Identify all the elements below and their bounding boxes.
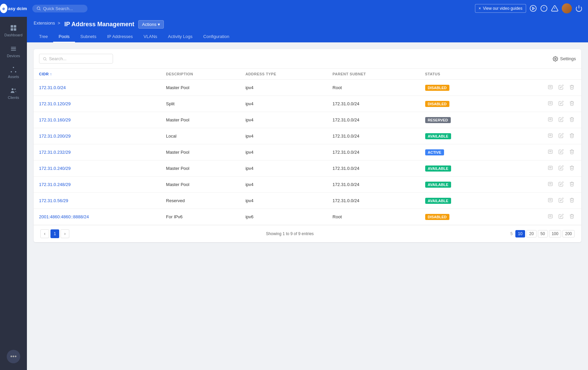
logo-letter: e — [2, 6, 5, 11]
video-guide-button[interactable]: × View our video guides — [475, 4, 526, 13]
per-page-10[interactable]: 10 — [515, 230, 525, 237]
tab-configuration[interactable]: Configuration — [198, 31, 234, 42]
table-row: 172.31.0.56/29 Reserved ipv4 172.31.0.0/… — [34, 193, 581, 209]
pagination-next[interactable]: › — [61, 229, 69, 238]
delete-button[interactable] — [568, 148, 576, 156]
table-search-input[interactable] — [49, 56, 109, 61]
power-icon[interactable] — [575, 5, 583, 12]
status-badge: RESERVED — [425, 117, 451, 123]
cell-description: Master Pool — [161, 160, 240, 177]
pagination-page-1[interactable]: 1 — [50, 229, 59, 238]
cell-cidr[interactable]: 2001:4860:4860::8888/24 — [34, 209, 161, 225]
actions-button[interactable]: Actions ▾ — [138, 20, 164, 29]
tab-tree[interactable]: Tree — [34, 31, 53, 42]
delete-icon — [569, 133, 575, 138]
delete-button[interactable] — [568, 100, 576, 108]
cell-cidr[interactable]: 172.31.0.0/24 — [34, 80, 161, 96]
view-button[interactable] — [546, 116, 554, 124]
svg-rect-29 — [548, 134, 552, 138]
sidebar-item-dashboard[interactable]: Dashboard — [0, 20, 27, 41]
per-page-20[interactable]: 20 — [526, 230, 536, 237]
main-area: × View our video guides Extensions > IP … — [27, 0, 588, 370]
cell-description: Master Pool — [161, 112, 240, 128]
edit-button[interactable] — [557, 132, 565, 140]
sidebar-item-assets[interactable]: Assets — [0, 62, 27, 83]
delete-button[interactable] — [568, 197, 576, 205]
per-page-100[interactable]: 100 — [549, 230, 561, 237]
row-actions — [502, 148, 576, 156]
cell-cidr[interactable]: 172.31.0.240/29 — [34, 160, 161, 177]
sidebar-item-clients[interactable]: Clients — [0, 83, 27, 104]
play-circle-icon[interactable] — [529, 5, 537, 12]
cell-address-type: ipv4 — [240, 160, 327, 177]
search-input[interactable] — [43, 6, 83, 11]
settings-button[interactable]: Settings — [553, 56, 576, 62]
edit-button[interactable] — [557, 181, 565, 188]
per-page-200[interactable]: 200 — [562, 230, 575, 237]
view-button[interactable] — [546, 181, 554, 188]
svg-point-10 — [530, 5, 536, 11]
cell-cidr[interactable]: 172.31.0.232/29 — [34, 144, 161, 160]
table-search-box[interactable] — [39, 54, 113, 64]
edit-button[interactable] — [557, 116, 565, 124]
tab-vlans[interactable]: VLANs — [138, 31, 162, 42]
cell-parent-subnet: 172.31.0.0/24 — [327, 128, 420, 144]
view-button[interactable] — [546, 148, 554, 156]
delete-button[interactable] — [568, 84, 576, 91]
cell-cidr[interactable]: 172.31.0.200/29 — [34, 128, 161, 144]
row-actions — [502, 164, 576, 172]
row-actions — [502, 197, 576, 205]
delete-icon — [569, 117, 575, 122]
svg-rect-0 — [11, 25, 13, 28]
cell-row-actions — [497, 177, 581, 193]
view-button[interactable] — [546, 84, 554, 91]
warning-icon[interactable] — [551, 5, 558, 12]
cell-status: DISABLED — [420, 80, 497, 96]
tab-subnets[interactable]: Subnets — [75, 31, 102, 42]
delete-button[interactable] — [568, 164, 576, 172]
cell-cidr[interactable]: 172.31.0.56/29 — [34, 193, 161, 209]
edit-button[interactable] — [557, 148, 565, 156]
info-icon[interactable] — [540, 5, 548, 12]
delete-icon — [569, 84, 575, 90]
assets-icon — [10, 66, 17, 73]
pagination-prev[interactable]: ‹ — [40, 229, 49, 238]
topbar-search[interactable] — [32, 5, 87, 12]
view-button[interactable] — [546, 197, 554, 205]
delete-button[interactable] — [568, 213, 576, 221]
delete-button[interactable] — [568, 116, 576, 124]
user-avatar[interactable] — [562, 3, 572, 13]
cell-status: AVAILABLE — [420, 193, 497, 209]
breadcrumb-parent[interactable]: Extensions — [34, 21, 55, 26]
per-page-50[interactable]: 50 — [538, 230, 548, 237]
view-button[interactable] — [546, 164, 554, 172]
tab-pools[interactable]: Pools — [53, 31, 75, 42]
edit-button[interactable] — [557, 197, 565, 205]
pagination-controls: ‹ 1 › — [40, 229, 69, 238]
edit-button[interactable] — [557, 84, 565, 91]
cell-cidr[interactable]: 172.31.0.160/29 — [34, 112, 161, 128]
cell-cidr[interactable]: 172.31.0.120/29 — [34, 96, 161, 112]
edit-button[interactable] — [557, 100, 565, 108]
delete-button[interactable] — [568, 132, 576, 140]
video-guide-label: View our video guides — [483, 6, 522, 11]
cell-status: DISABLED — [420, 209, 497, 225]
tab-activity-logs[interactable]: Activity Logs — [162, 31, 198, 42]
view-button[interactable] — [546, 213, 554, 221]
edit-button[interactable] — [557, 164, 565, 172]
app-logo[interactable]: e asydcim — [0, 0, 27, 17]
edit-button[interactable] — [557, 213, 565, 221]
tab-ip-addresses[interactable]: IP Addresses — [102, 31, 138, 42]
sidebar-more-button[interactable]: ••• — [7, 350, 20, 363]
view-button[interactable] — [546, 132, 554, 140]
status-badge: AVAILABLE — [425, 165, 451, 172]
cell-status: ACTIVE — [420, 144, 497, 160]
svg-rect-26 — [548, 118, 552, 121]
delete-button[interactable] — [568, 181, 576, 188]
col-cidr[interactable]: CIDR ↑ — [34, 69, 161, 80]
cell-parent-subnet: 172.31.0.0/24 — [327, 96, 420, 112]
view-button[interactable] — [546, 100, 554, 108]
sidebar-item-devices[interactable]: Devices — [0, 41, 27, 62]
cell-cidr[interactable]: 172.31.0.248/29 — [34, 177, 161, 193]
settings-label: Settings — [560, 56, 576, 61]
